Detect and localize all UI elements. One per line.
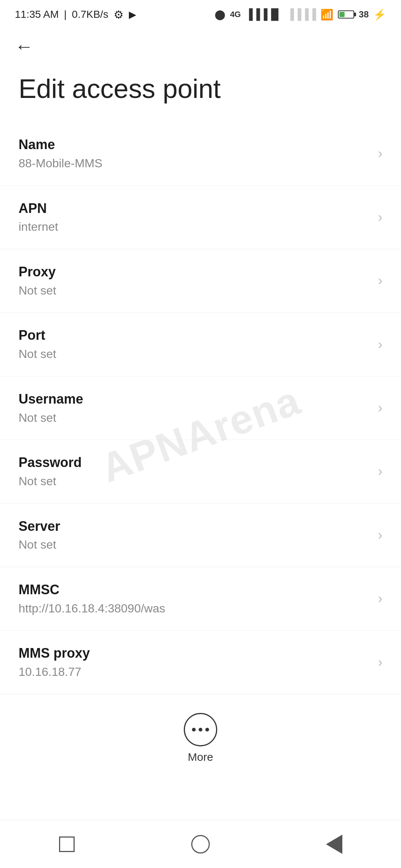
settings-item[interactable]: Proxy Not set › (0, 249, 401, 313)
nav-recents-button[interactable] (52, 829, 82, 859)
separator: | (64, 9, 66, 20)
settings-item-value: internet (19, 219, 371, 235)
battery-percent: 38 (359, 9, 369, 20)
chevron-right-icon: › (378, 273, 382, 289)
status-right: ⬤ 4G ▐▐▐▐▌ ▐▐▐▐ 📶 38 ⚡ (215, 9, 386, 21)
settings-item-label: Server (19, 518, 371, 535)
nav-recents-icon (59, 836, 75, 852)
battery-indicator: 38 (338, 9, 369, 20)
settings-item-value: 88-Mobile-MMS (19, 156, 371, 171)
more-label: More (188, 751, 213, 763)
settings-item-value: Not set (19, 537, 371, 553)
settings-item-content: Proxy Not set (19, 263, 371, 298)
settings-item[interactable]: Username Not set › (0, 377, 401, 440)
settings-item-value: Not set (19, 346, 371, 362)
more-section: More (0, 694, 401, 775)
nav-home-button[interactable] (186, 829, 215, 859)
back-button[interactable]: ← (15, 33, 33, 59)
settings-item[interactable]: MMS proxy 10.16.18.77 › (0, 631, 401, 694)
settings-item[interactable]: MMSC http://10.16.18.4:38090/was › (0, 567, 401, 631)
settings-item-label: Username (19, 391, 371, 408)
signal-bars-icon: ▐▐▐▐▌ (245, 9, 282, 20)
settings-item-content: Name 88-Mobile-MMS (19, 136, 371, 171)
settings-item-label: MMSC (19, 581, 371, 599)
time-display: 11:35 AM (15, 9, 59, 20)
more-dots-icon (192, 728, 209, 731)
chevron-right-icon: › (378, 210, 382, 225)
settings-item-content: Port Not set (19, 327, 371, 362)
settings-item-content: Password Not set (19, 454, 371, 489)
status-left: 11:35 AM | 0.7KB/s ⚙ ▶ (15, 8, 136, 21)
settings-item-value: Not set (19, 474, 371, 489)
settings-item-label: Proxy (19, 263, 371, 281)
settings-item-content: MMS proxy 10.16.18.77 (19, 645, 371, 680)
nav-bar (0, 820, 401, 868)
settings-item[interactable]: Server Not set › (0, 504, 401, 567)
nav-back-icon (326, 835, 342, 854)
settings-item-label: Password (19, 454, 371, 471)
settings-item[interactable]: APN internet › (0, 186, 401, 249)
settings-list: Name 88-Mobile-MMS › APN internet › Prox… (0, 122, 401, 694)
chevron-right-icon: › (378, 591, 382, 606)
chevron-right-icon: › (378, 464, 382, 479)
nav-home-icon (191, 835, 210, 854)
nav-back-button[interactable] (319, 829, 349, 859)
settings-item[interactable]: Name 88-Mobile-MMS › (0, 122, 401, 185)
charging-icon: ⚡ (373, 9, 386, 21)
speed-display: 0.7KB/s (72, 9, 108, 20)
settings-item-value: http://10.16.18.4:38090/was (19, 601, 371, 617)
video-icon: ▶ (129, 9, 136, 20)
chevron-right-icon: › (378, 146, 382, 161)
settings-item[interactable]: Port Not set › (0, 313, 401, 376)
bluetooth-icon: ⬤ (215, 9, 225, 20)
settings-item-value: 10.16.18.77 (19, 664, 371, 680)
settings-item-label: Name (19, 136, 371, 154)
page-title: Edit access point (0, 63, 401, 122)
chevron-right-icon: › (378, 655, 382, 670)
more-button[interactable]: More (184, 713, 217, 763)
settings-item-content: Server Not set (19, 518, 371, 553)
signal-4g-icon: 4G (230, 10, 241, 19)
settings-item[interactable]: Password Not set › (0, 440, 401, 503)
settings-item-content: MMSC http://10.16.18.4:38090/was (19, 581, 371, 616)
back-arrow-icon: ← (15, 37, 33, 56)
settings-item-label: MMS proxy (19, 645, 371, 662)
wifi-icon: 📶 (320, 9, 333, 21)
toolbar: ← (0, 26, 401, 63)
settings-item-value: Not set (19, 410, 371, 426)
chevron-right-icon: › (378, 337, 382, 352)
settings-item-label: Port (19, 327, 371, 344)
settings-item-content: Username Not set (19, 391, 371, 425)
chevron-right-icon: › (378, 400, 382, 416)
settings-item-label: APN (19, 200, 371, 217)
status-bar: 11:35 AM | 0.7KB/s ⚙ ▶ ⬤ 4G ▐▐▐▐▌ ▐▐▐▐ 📶… (0, 0, 401, 26)
settings-icon: ⚙ (114, 8, 124, 21)
chevron-right-icon: › (378, 527, 382, 543)
settings-item-value: Not set (19, 283, 371, 299)
more-circle-icon (184, 713, 217, 746)
settings-item-content: APN internet (19, 200, 371, 235)
signal-bars2-icon: ▐▐▐▐ (287, 9, 316, 20)
